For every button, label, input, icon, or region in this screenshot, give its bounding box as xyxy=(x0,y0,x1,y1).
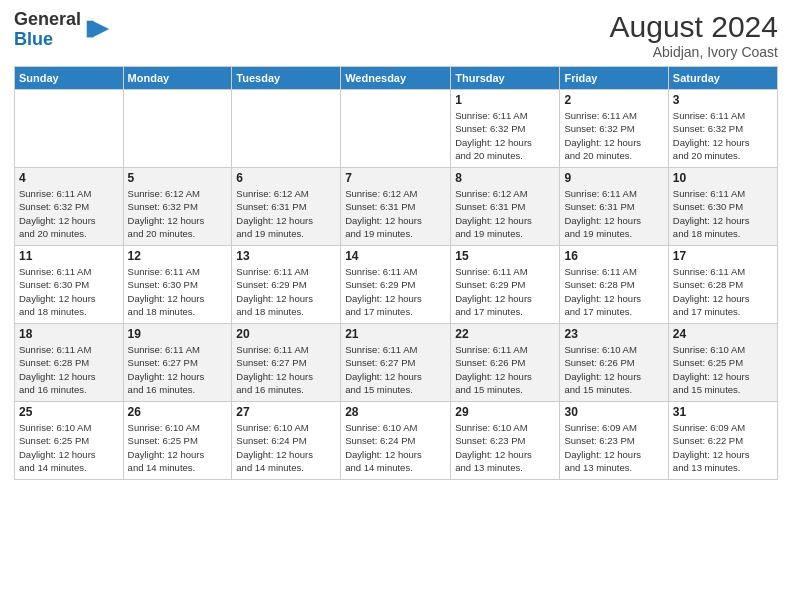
table-row: 20Sunrise: 6:11 AM Sunset: 6:27 PM Dayli… xyxy=(232,324,341,402)
table-row: 2Sunrise: 6:11 AM Sunset: 6:32 PM Daylig… xyxy=(560,90,668,168)
calendar-week-row: 4Sunrise: 6:11 AM Sunset: 6:32 PM Daylig… xyxy=(15,168,778,246)
cell-day-number: 12 xyxy=(128,249,228,263)
cell-info: Sunrise: 6:11 AM Sunset: 6:32 PM Dayligh… xyxy=(19,187,119,240)
cell-info: Sunrise: 6:12 AM Sunset: 6:31 PM Dayligh… xyxy=(236,187,336,240)
cell-day-number: 1 xyxy=(455,93,555,107)
table-row: 11Sunrise: 6:11 AM Sunset: 6:30 PM Dayli… xyxy=(15,246,124,324)
table-row: 24Sunrise: 6:10 AM Sunset: 6:25 PM Dayli… xyxy=(668,324,777,402)
page: General Blue August 2024 Abidjan, Ivory … xyxy=(0,0,792,612)
table-row: 18Sunrise: 6:11 AM Sunset: 6:28 PM Dayli… xyxy=(15,324,124,402)
cell-day-number: 2 xyxy=(564,93,663,107)
svg-marker-0 xyxy=(92,20,109,37)
cell-day-number: 8 xyxy=(455,171,555,185)
cell-info: Sunrise: 6:10 AM Sunset: 6:25 PM Dayligh… xyxy=(19,421,119,474)
table-row: 23Sunrise: 6:10 AM Sunset: 6:26 PM Dayli… xyxy=(560,324,668,402)
cell-day-number: 7 xyxy=(345,171,446,185)
table-row xyxy=(232,90,341,168)
table-row xyxy=(341,90,451,168)
cell-info: Sunrise: 6:11 AM Sunset: 6:30 PM Dayligh… xyxy=(128,265,228,318)
table-row: 14Sunrise: 6:11 AM Sunset: 6:29 PM Dayli… xyxy=(341,246,451,324)
cell-day-number: 22 xyxy=(455,327,555,341)
cell-info: Sunrise: 6:11 AM Sunset: 6:29 PM Dayligh… xyxy=(345,265,446,318)
cell-info: Sunrise: 6:10 AM Sunset: 6:24 PM Dayligh… xyxy=(345,421,446,474)
cell-info: Sunrise: 6:10 AM Sunset: 6:24 PM Dayligh… xyxy=(236,421,336,474)
table-row: 17Sunrise: 6:11 AM Sunset: 6:28 PM Dayli… xyxy=(668,246,777,324)
cell-info: Sunrise: 6:11 AM Sunset: 6:28 PM Dayligh… xyxy=(564,265,663,318)
location: Abidjan, Ivory Coast xyxy=(610,44,778,60)
svg-rect-1 xyxy=(87,20,94,37)
table-row xyxy=(15,90,124,168)
calendar-week-row: 1Sunrise: 6:11 AM Sunset: 6:32 PM Daylig… xyxy=(15,90,778,168)
cell-info: Sunrise: 6:12 AM Sunset: 6:32 PM Dayligh… xyxy=(128,187,228,240)
cell-day-number: 5 xyxy=(128,171,228,185)
cell-info: Sunrise: 6:10 AM Sunset: 6:23 PM Dayligh… xyxy=(455,421,555,474)
table-row: 3Sunrise: 6:11 AM Sunset: 6:32 PM Daylig… xyxy=(668,90,777,168)
table-row: 26Sunrise: 6:10 AM Sunset: 6:25 PM Dayli… xyxy=(123,402,232,480)
cell-info: Sunrise: 6:11 AM Sunset: 6:30 PM Dayligh… xyxy=(673,187,773,240)
cell-day-number: 29 xyxy=(455,405,555,419)
cell-day-number: 26 xyxy=(128,405,228,419)
cell-info: Sunrise: 6:11 AM Sunset: 6:32 PM Dayligh… xyxy=(455,109,555,162)
cell-day-number: 23 xyxy=(564,327,663,341)
table-row: 16Sunrise: 6:11 AM Sunset: 6:28 PM Dayli… xyxy=(560,246,668,324)
cell-info: Sunrise: 6:11 AM Sunset: 6:26 PM Dayligh… xyxy=(455,343,555,396)
cell-info: Sunrise: 6:11 AM Sunset: 6:27 PM Dayligh… xyxy=(345,343,446,396)
cell-day-number: 19 xyxy=(128,327,228,341)
table-row: 6Sunrise: 6:12 AM Sunset: 6:31 PM Daylig… xyxy=(232,168,341,246)
table-row: 30Sunrise: 6:09 AM Sunset: 6:23 PM Dayli… xyxy=(560,402,668,480)
cell-day-number: 14 xyxy=(345,249,446,263)
table-row: 5Sunrise: 6:12 AM Sunset: 6:32 PM Daylig… xyxy=(123,168,232,246)
calendar-week-row: 11Sunrise: 6:11 AM Sunset: 6:30 PM Dayli… xyxy=(15,246,778,324)
calendar-week-row: 25Sunrise: 6:10 AM Sunset: 6:25 PM Dayli… xyxy=(15,402,778,480)
cell-info: Sunrise: 6:09 AM Sunset: 6:22 PM Dayligh… xyxy=(673,421,773,474)
table-row: 1Sunrise: 6:11 AM Sunset: 6:32 PM Daylig… xyxy=(451,90,560,168)
cell-day-number: 10 xyxy=(673,171,773,185)
cell-day-number: 18 xyxy=(19,327,119,341)
cell-day-number: 27 xyxy=(236,405,336,419)
cell-info: Sunrise: 6:11 AM Sunset: 6:32 PM Dayligh… xyxy=(673,109,773,162)
table-row: 28Sunrise: 6:10 AM Sunset: 6:24 PM Dayli… xyxy=(341,402,451,480)
header: General Blue August 2024 Abidjan, Ivory … xyxy=(14,10,778,60)
table-row: 9Sunrise: 6:11 AM Sunset: 6:31 PM Daylig… xyxy=(560,168,668,246)
cell-day-number: 25 xyxy=(19,405,119,419)
calendar: Sunday Monday Tuesday Wednesday Thursday… xyxy=(14,66,778,480)
table-row: 7Sunrise: 6:12 AM Sunset: 6:31 PM Daylig… xyxy=(341,168,451,246)
cell-info: Sunrise: 6:11 AM Sunset: 6:28 PM Dayligh… xyxy=(19,343,119,396)
calendar-week-row: 18Sunrise: 6:11 AM Sunset: 6:28 PM Dayli… xyxy=(15,324,778,402)
table-row: 12Sunrise: 6:11 AM Sunset: 6:30 PM Dayli… xyxy=(123,246,232,324)
cell-day-number: 20 xyxy=(236,327,336,341)
cell-day-number: 21 xyxy=(345,327,446,341)
table-row: 21Sunrise: 6:11 AM Sunset: 6:27 PM Dayli… xyxy=(341,324,451,402)
cell-day-number: 6 xyxy=(236,171,336,185)
logo-text: General Blue xyxy=(14,10,81,50)
cell-info: Sunrise: 6:12 AM Sunset: 6:31 PM Dayligh… xyxy=(345,187,446,240)
cell-info: Sunrise: 6:11 AM Sunset: 6:30 PM Dayligh… xyxy=(19,265,119,318)
cell-info: Sunrise: 6:11 AM Sunset: 6:28 PM Dayligh… xyxy=(673,265,773,318)
cell-info: Sunrise: 6:11 AM Sunset: 6:32 PM Dayligh… xyxy=(564,109,663,162)
cell-day-number: 11 xyxy=(19,249,119,263)
cell-day-number: 30 xyxy=(564,405,663,419)
table-row: 22Sunrise: 6:11 AM Sunset: 6:26 PM Dayli… xyxy=(451,324,560,402)
title-block: August 2024 Abidjan, Ivory Coast xyxy=(610,10,778,60)
cell-info: Sunrise: 6:10 AM Sunset: 6:25 PM Dayligh… xyxy=(128,421,228,474)
logo-blue: Blue xyxy=(14,29,53,49)
cell-info: Sunrise: 6:11 AM Sunset: 6:27 PM Dayligh… xyxy=(236,343,336,396)
cell-day-number: 24 xyxy=(673,327,773,341)
table-row: 8Sunrise: 6:12 AM Sunset: 6:31 PM Daylig… xyxy=(451,168,560,246)
cell-info: Sunrise: 6:10 AM Sunset: 6:26 PM Dayligh… xyxy=(564,343,663,396)
table-row xyxy=(123,90,232,168)
table-row: 27Sunrise: 6:10 AM Sunset: 6:24 PM Dayli… xyxy=(232,402,341,480)
calendar-header-row: Sunday Monday Tuesday Wednesday Thursday… xyxy=(15,67,778,90)
col-friday: Friday xyxy=(560,67,668,90)
cell-info: Sunrise: 6:10 AM Sunset: 6:25 PM Dayligh… xyxy=(673,343,773,396)
col-wednesday: Wednesday xyxy=(341,67,451,90)
table-row: 13Sunrise: 6:11 AM Sunset: 6:29 PM Dayli… xyxy=(232,246,341,324)
col-tuesday: Tuesday xyxy=(232,67,341,90)
table-row: 25Sunrise: 6:10 AM Sunset: 6:25 PM Dayli… xyxy=(15,402,124,480)
cell-day-number: 28 xyxy=(345,405,446,419)
cell-info: Sunrise: 6:09 AM Sunset: 6:23 PM Dayligh… xyxy=(564,421,663,474)
col-thursday: Thursday xyxy=(451,67,560,90)
cell-info: Sunrise: 6:12 AM Sunset: 6:31 PM Dayligh… xyxy=(455,187,555,240)
cell-day-number: 17 xyxy=(673,249,773,263)
table-row: 31Sunrise: 6:09 AM Sunset: 6:22 PM Dayli… xyxy=(668,402,777,480)
